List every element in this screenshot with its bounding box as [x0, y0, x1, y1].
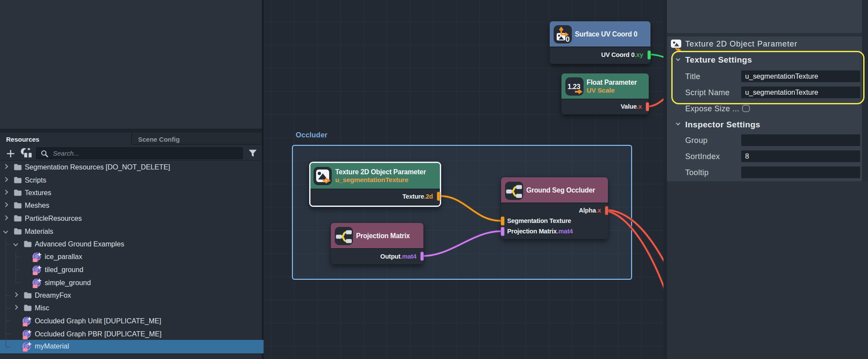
svg-text:0: 0: [566, 35, 570, 43]
svg-text:1.23: 1.23: [568, 83, 581, 90]
